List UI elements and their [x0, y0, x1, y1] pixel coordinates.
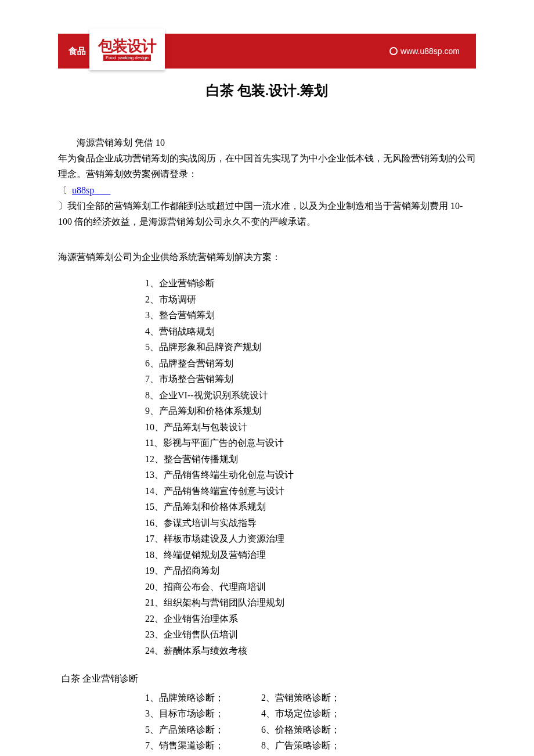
- diagnosis-title: 白茶 企业营销诊断: [58, 673, 476, 685]
- list-item: 21、组织架构与营销团队治理规划: [145, 595, 476, 611]
- solution-list: 1、企业营销诊断 2、市场调研 3、整合营销筹划 4、营销战略规划 5、品牌形象…: [58, 275, 476, 658]
- table-row: 5、产品策略诊断； 6、价格策略诊断；: [145, 722, 476, 738]
- list-item: 20、招商公布会、代理商培训: [145, 579, 476, 595]
- list-item: 8、企业VI--视觉识别系统设计: [145, 387, 476, 404]
- list-item: 16、参谋式培训与实战指导: [145, 515, 476, 531]
- list-item: 11、影视与平面广告的创意与设计: [145, 435, 476, 451]
- list-item: 2、市场调研: [145, 291, 476, 308]
- table-row: 1、品牌策略诊断； 2、营销策略诊断；: [145, 690, 476, 706]
- table-row: 7、销售渠道诊断； 8、广告策略诊断；: [145, 737, 476, 754]
- diag-cell: 2、营销策略诊断；: [261, 690, 412, 706]
- brand-label: 食品: [68, 46, 86, 57]
- list-item: 12、整合营销传播规划: [145, 451, 476, 467]
- list-item: 4、营销战略规划: [145, 323, 476, 340]
- content-area: 白茶 包装.设计.筹划 海源营销筹划 凭借 10 年为食品企业成功营销筹划的实战…: [0, 69, 534, 754]
- list-item: 3、整合营销筹划: [145, 307, 476, 323]
- table-row: 3、目标市场诊断； 4、市场定位诊断；: [145, 705, 476, 722]
- header-banner: 食品 包装设计 Food packing design www.u88sp.co…: [58, 34, 476, 69]
- logo-white-card: 包装设计 Food packing design: [89, 28, 165, 70]
- list-item: 1、企业营销诊断: [145, 275, 476, 291]
- diag-cell: 8、广告策略诊断；: [261, 737, 412, 754]
- list-item: 18、终端促销规划及营销治理: [145, 547, 476, 563]
- diag-cell: 7、销售渠道诊断；: [145, 737, 261, 754]
- list-item: 14、产品销售终端宣传创意与设计: [145, 483, 476, 499]
- list-item: 24、薪酬体系与绩效考核: [145, 643, 476, 659]
- diagnosis-grid: 1、品牌策略诊断； 2、营销策略诊断； 3、目标市场诊断； 4、市场定位诊断； …: [58, 690, 476, 754]
- header-url: www.u88sp.com: [389, 46, 460, 56]
- link-trailing: [94, 185, 110, 195]
- list-item: 17、样板市场建设及人力资源治理: [145, 531, 476, 547]
- page: 食品 包装设计 Food packing design www.u88sp.co…: [0, 34, 534, 756]
- link-open: 〔: [58, 185, 67, 195]
- list-item: 23、企业销售队伍培训: [145, 627, 476, 643]
- list-item: 19、产品招商筹划: [145, 563, 476, 579]
- diag-cell: 3、目标市场诊断；: [145, 705, 261, 722]
- page-title: 白茶 包装.设计.筹划: [58, 81, 476, 100]
- solutions-lead: 海源营销筹划公司为企业供给系统营销筹划解决方案：: [58, 251, 476, 264]
- intro-p1: 年为食品企业成功营销筹划的实战阅历，在中国首先实现了为中小企业低本钱，无风险营销…: [58, 150, 476, 182]
- logo-box: 食品 包装设计 Food packing design: [58, 34, 165, 69]
- diag-cell: 4、市场定位诊断；: [261, 705, 412, 722]
- list-item: 6、品牌整合营销筹划: [145, 355, 476, 372]
- list-item: 9、产品筹划和价格体系规划: [145, 403, 476, 419]
- diag-cell: 1、品牌策略诊断；: [145, 690, 261, 706]
- intro-block: 海源营销筹划 凭借 10 年为食品企业成功营销筹划的实战阅历，在中国首先实现了为…: [58, 135, 476, 229]
- intro-p2: 〕我们全部的营销筹划工作都能到达或超过中国一流水准，以及为企业制造相当于营销筹划…: [58, 198, 476, 229]
- list-item: 22、企业销售治理体系: [145, 611, 476, 627]
- list-item: 5、品牌形象和品牌资产规划: [145, 339, 476, 355]
- list-item: 10、产品筹划与包装设计: [145, 419, 476, 435]
- logo-cn: 包装设计: [98, 38, 156, 53]
- diag-cell: 5、产品策略诊断；: [145, 722, 261, 738]
- logo-en: Food packing design: [103, 55, 151, 61]
- link-u88sp[interactable]: u88sp: [72, 185, 94, 195]
- diag-cell: 6、价格策略诊断；: [261, 722, 412, 738]
- list-item: 7、市场整合营销筹划: [145, 371, 476, 387]
- list-item: 15、产品筹划和价格体系规划: [145, 499, 476, 515]
- list-item: 13、产品销售终端生动化创意与设计: [145, 467, 476, 483]
- intro-lead: 海源营销筹划 凭借 10: [58, 135, 165, 150]
